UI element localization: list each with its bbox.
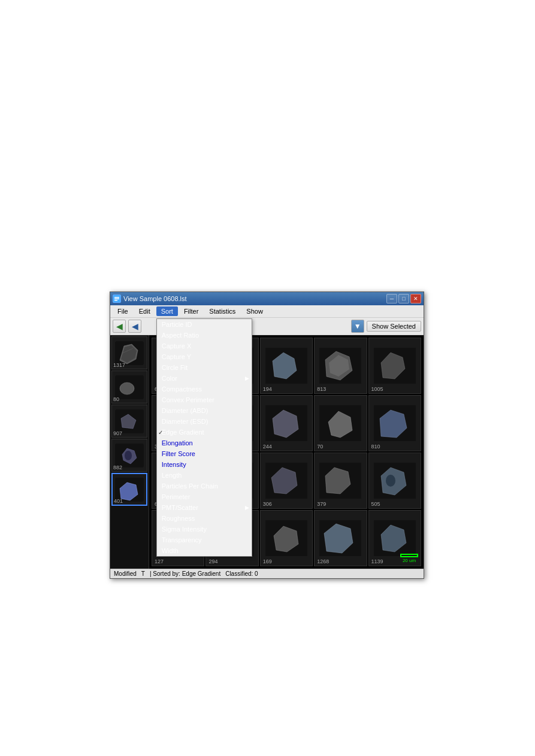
status-tab: T: [141, 570, 145, 577]
grid-cell-1268[interactable]: 1268: [314, 510, 367, 566]
grid-cell-379[interactable]: 379: [314, 453, 367, 509]
sort-direction-button[interactable]: ▼: [351, 320, 364, 333]
maximize-button[interactable]: □: [398, 294, 409, 303]
particle-id-1317: 1317: [113, 362, 125, 368]
sidebar-particle-80[interactable]: 80: [111, 371, 147, 403]
grid-cell-810[interactable]: 810: [368, 395, 421, 451]
svg-rect-1: [114, 297, 119, 298]
title-bar-left: View Sample 0608.lst: [113, 294, 187, 303]
sort-circle-fit[interactable]: Circle Fit: [157, 362, 252, 373]
grid-id-244: 244: [263, 444, 272, 450]
menu-bar: File Edit Sort Particle ID Aspect Ratio …: [110, 305, 424, 318]
svg-point-14: [125, 451, 132, 460]
grid-id-1005: 1005: [371, 386, 383, 392]
back2-button[interactable]: ◀: [128, 320, 141, 333]
grid-id-1139: 1139: [371, 558, 383, 564]
grid-id-194: 194: [263, 386, 272, 392]
svg-point-9: [120, 382, 134, 394]
status-bar: Modified T | Sorted by: Edge Gradient Cl…: [110, 569, 424, 578]
sidebar-particle-882[interactable]: 882: [111, 439, 147, 472]
grid-id-70: 70: [317, 444, 323, 450]
sidebar: 1317 80 90: [110, 335, 149, 569]
sort-perimeter[interactable]: Perimeter: [157, 491, 252, 502]
sidebar-particle-907[interactable]: 907: [111, 405, 147, 438]
scale-bar: 20 um: [400, 554, 418, 563]
grid-id-505: 505: [371, 501, 380, 507]
app-icon: [113, 294, 121, 303]
sidebar-particle-1317[interactable]: 1317: [111, 336, 147, 369]
status-classified: Classified: 0: [225, 570, 258, 577]
menu-sort[interactable]: Sort Particle ID Aspect Ratio Capture X …: [156, 306, 178, 316]
sort-compactness[interactable]: Compactness: [157, 384, 252, 394]
menu-file[interactable]: File: [113, 306, 133, 316]
sort-diameter-abd[interactable]: Diameter (ABD): [157, 405, 252, 416]
particle-image-1317: [115, 341, 144, 365]
scale-label: 20 um: [403, 558, 416, 563]
close-button[interactable]: ✕: [410, 294, 421, 303]
grid-id-379: 379: [317, 501, 326, 507]
particle-image-80: [115, 375, 144, 399]
sidebar-particle-401[interactable]: 401: [111, 473, 147, 506]
particle-id-907: 907: [113, 430, 122, 436]
grid-cell-169[interactable]: 169: [260, 510, 313, 566]
status-modified: Modified: [114, 570, 137, 577]
sort-elongation[interactable]: Elongation: [157, 438, 252, 448]
menu-show[interactable]: Show: [241, 306, 268, 316]
grid-cell-306[interactable]: 306: [260, 453, 313, 509]
sort-diameter-esd[interactable]: Diameter (ESD): [157, 416, 252, 427]
menu-statistics[interactable]: Statistics: [204, 306, 240, 316]
sort-capture-x[interactable]: Capture X: [157, 341, 252, 351]
grid-id-810: 810: [371, 444, 380, 450]
grid-id-294: 294: [208, 558, 217, 564]
window-title: View Sample 0608.lst: [123, 295, 187, 302]
particle-id-80: 80: [113, 396, 119, 402]
minimize-button[interactable]: ─: [386, 294, 397, 303]
grid-cell-70[interactable]: 70: [314, 395, 367, 451]
particle-image-907: [115, 409, 144, 433]
grid-cell-194[interactable]: 194: [260, 338, 313, 394]
grid-id-306: 306: [263, 501, 272, 507]
sort-pmt-scatter[interactable]: PMT/Scatter: [157, 502, 252, 513]
particle-image-882: [115, 444, 144, 467]
status-sort: | Sorted by: Edge Gradient: [150, 570, 220, 577]
sort-aspect-ratio[interactable]: Aspect Ratio: [157, 330, 252, 341]
grid-cell-1005[interactable]: 1005: [368, 338, 421, 394]
sort-intensity[interactable]: Intensity: [157, 459, 252, 470]
sort-convex-perimeter[interactable]: Convex Perimeter: [157, 394, 252, 405]
particle-id-882: 882: [113, 464, 122, 470]
grid-cell-244[interactable]: 244: [260, 395, 313, 451]
grid-id-813: 813: [317, 386, 326, 392]
grid-id-127: 127: [155, 558, 164, 564]
sort-width[interactable]: Width: [157, 545, 252, 556]
grid-cell-505[interactable]: 505: [368, 453, 421, 509]
menu-edit[interactable]: Edit: [134, 306, 155, 316]
sort-capture-y[interactable]: Capture Y: [157, 351, 252, 362]
sort-sigma-intensity[interactable]: Sigma Intensity: [157, 524, 252, 535]
sort-arrow-icon: ▼: [354, 322, 361, 330]
sort-roughness[interactable]: Roughness: [157, 513, 252, 524]
svg-rect-3: [114, 300, 117, 301]
main-window: View Sample 0608.lst ─ □ ✕ File Edit Sor…: [110, 292, 424, 579]
sort-color[interactable]: Color: [157, 373, 252, 384]
sort-particle-id[interactable]: Particle ID: [157, 319, 252, 330]
grid-cell-1139[interactable]: 1139 20 um: [368, 510, 421, 566]
svg-point-49: [386, 475, 395, 487]
title-bar: View Sample 0608.lst ─ □ ✕: [110, 292, 424, 305]
window-controls: ─ □ ✕: [386, 294, 421, 303]
particle-id-401: 401: [114, 498, 123, 504]
svg-rect-2: [114, 299, 119, 300]
show-selected-button[interactable]: Show Selected: [367, 321, 421, 332]
sort-edge-gradient[interactable]: Edge Gradient: [157, 427, 252, 438]
grid-id-1268: 1268: [317, 558, 329, 564]
sort-dropdown: Particle ID Aspect Ratio Capture X Captu…: [156, 318, 252, 557]
grid-id-169: 169: [263, 558, 272, 564]
sort-length[interactable]: Length: [157, 470, 252, 481]
sort-particles-per-chain[interactable]: Particles Per Chain: [157, 481, 252, 491]
sort-transparency[interactable]: Transparency: [157, 535, 252, 545]
back-button[interactable]: ◀: [113, 320, 126, 333]
grid-cell-813[interactable]: 813: [314, 338, 367, 394]
sort-filter-score[interactable]: Filter Score: [157, 448, 252, 459]
menu-filter[interactable]: Filter: [179, 306, 203, 316]
